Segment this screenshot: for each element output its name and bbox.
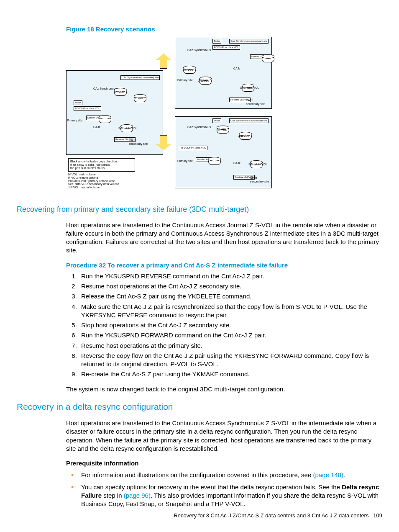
br-cajz2: CAJz <box>250 176 257 180</box>
label-cajz: CAJz <box>93 126 100 129</box>
tr-secsite: secondary site <box>246 103 265 106</box>
figure-legend-note: Black arrow indicates copy direction. If… <box>68 158 135 172</box>
arrow-up-icon <box>156 54 171 69</box>
tr-caz-sec: CAz Synchronous secondary site <box>229 39 269 43</box>
label-caz-sync: CAz Synchronous <box>93 87 117 90</box>
step-2: Resume host operations at the Cnt Ac-J Z… <box>79 282 382 290</box>
footer-page: 109 <box>373 512 382 519</box>
step-8: Reverse the copy flow on the Cnt Ac-J Z … <box>79 352 382 369</box>
tr-cajz: CAJz <box>233 67 240 70</box>
label-sec-site: secondary site <box>129 142 148 146</box>
figure-diagram: CAz Synchronous CAz Synchronous secondar… <box>66 37 382 196</box>
bullet-2: You can specify options for recovery in … <box>79 483 382 509</box>
label-cajz2: CAJz <box>129 139 136 142</box>
label-primary-site: Primary site <box>67 119 82 122</box>
step-3: Release the Cnt Ac-S Z pair using the YK… <box>79 292 382 301</box>
figure-caption: Figure 18 Recovery scenarios <box>66 25 382 33</box>
step-5: Stop host operations at the Cnt Ac-J Z s… <box>79 321 382 329</box>
tr-jnl-icon <box>262 56 274 62</box>
footer-text: Recovery for 3 Cnt Ac-J Z/Cnt Ac-S Z dat… <box>174 512 368 519</box>
tr-rvol: R-VOL/Prm. data VOL <box>212 45 240 49</box>
figure-legend-defs: M-VOL: main volume R-VOL: remote volume … <box>68 173 119 189</box>
page-link-148[interactable]: (page 148) <box>313 471 343 478</box>
label-secdata: Sec. data VOL <box>118 127 138 130</box>
br-secsite: secondary site <box>250 180 269 183</box>
label-caz-sec: CAz Synchronous secondary site <box>120 75 160 80</box>
section2-heading: Recovery in a delta resync configuration <box>17 401 382 413</box>
page-footer: Recovery for 3 Cnt Ac-J Z/Cnt Ac-S Z dat… <box>174 512 382 519</box>
bullet-2-mid: step in <box>102 492 124 499</box>
procedure-title: Procedure 32 To recover a primary and Cn… <box>66 261 382 270</box>
label-tasks: Tasks <box>74 100 82 105</box>
tr-caz-sync: CAz Synchronous <box>187 49 211 52</box>
step-6: Run the YKSUSPND FORWARD command on the … <box>79 331 382 339</box>
br-cajz: CAJz <box>233 162 240 165</box>
label-pvol: P-VOL <box>115 90 124 94</box>
br-mvol: M-VOL <box>217 128 227 131</box>
label-jnlvol: JNLVOL <box>133 97 144 100</box>
label-rvol-prm: R-VOL/Prm. data VOL <box>74 106 101 111</box>
br-rvol: R-VOL/Prm. data VOL <box>180 146 207 150</box>
section1-closing: The system is now changed back to the or… <box>66 385 382 393</box>
bullet-1: For information and illustrations on the… <box>79 471 382 479</box>
step-1: Run the YKSUSPND REVERSE command on the … <box>79 272 382 280</box>
vol-jnl2-icon <box>99 116 111 123</box>
br-tasks: Tasks <box>212 118 221 123</box>
bullet-1-pre: For information and illustrations on the… <box>81 471 313 478</box>
tr-prim: Primary site <box>177 79 193 82</box>
step-4: Make sure the Cnt Ac-J Z pair is resynch… <box>79 303 382 320</box>
section2-para: Host operations are transferred to the C… <box>66 419 382 453</box>
tr-jnl2: JNLVOL <box>198 79 209 82</box>
tr-tasks: Tasks <box>212 39 221 43</box>
section1-para: Host operations are transferred to the C… <box>66 221 382 255</box>
bullet-2-pre: You can specify options for recovery in … <box>81 483 342 491</box>
br-secdata: Sec. data VOL <box>248 163 268 166</box>
br-jnl2-icon <box>208 158 221 165</box>
br-prim: Primary site <box>177 159 193 163</box>
br-jnl: JNLVOL <box>238 134 249 138</box>
section1-heading: Recovering from primary and secondary si… <box>17 204 382 214</box>
step-9: Re-create the Cnt Ac-S Z pair using the … <box>79 370 382 378</box>
br-caz-sync: CAz Synchronous <box>187 126 211 129</box>
tr-secdata: Sec. data VOL <box>240 86 259 90</box>
tr-cajz2: CAJz <box>246 99 253 102</box>
tr-mvol: M-VOL <box>184 68 193 72</box>
procedure-steps: Run the YKSUSPND REVERSE command on the … <box>66 272 382 379</box>
bullet-1-post: . <box>343 471 345 478</box>
step-7: Resume host operations at the primary si… <box>79 342 382 350</box>
prereq-heading: Prerequisite information <box>66 459 382 468</box>
br-caz-sec: CAz Synchronous secondary site <box>229 118 269 123</box>
page-link-96[interactable]: (page 96) <box>124 492 151 499</box>
